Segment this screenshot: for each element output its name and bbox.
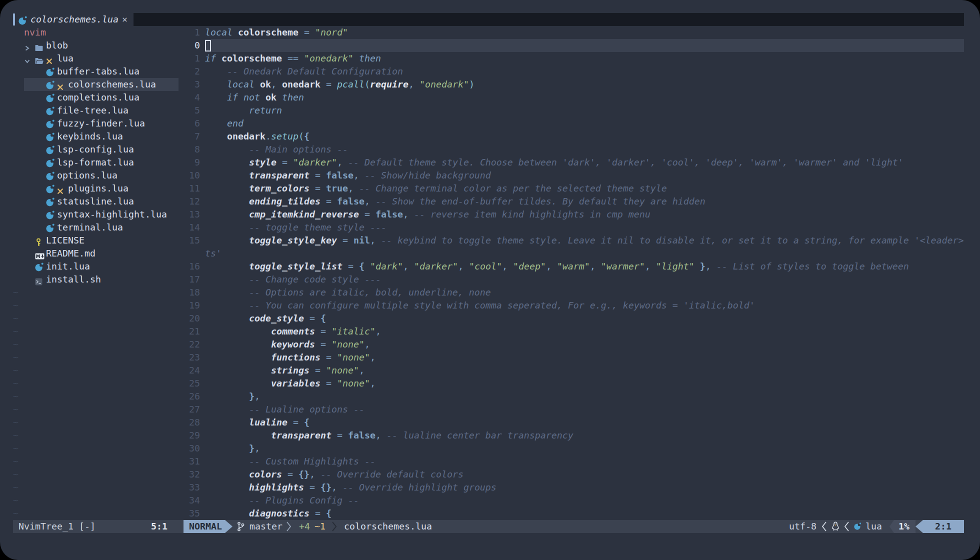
terminal-window: colorschemes.lua × nvimblobluabuffer-tab… bbox=[0, 0, 980, 560]
line-number: 16 bbox=[184, 260, 200, 273]
mode-label: NORMAL bbox=[189, 520, 222, 533]
chevron-right-icon bbox=[331, 521, 338, 534]
code-line: 1local colorscheme = "nord" bbox=[0, 26, 964, 39]
code-text: cmp_itemkind_reverse = false, -- reverse… bbox=[205, 208, 650, 221]
line-number: 17 bbox=[184, 273, 200, 286]
progress-label: 1% bbox=[898, 520, 910, 533]
code-text: -- Change code style --- bbox=[205, 273, 381, 286]
code-line: 24 strings = "none", bbox=[0, 364, 964, 377]
line-number: 27 bbox=[184, 403, 200, 416]
tab-colorschemes[interactable]: colorschemes.lua × bbox=[13, 13, 134, 26]
git-branch-icon bbox=[236, 522, 245, 534]
code-line: 5 return bbox=[0, 104, 964, 117]
code-text: -- Onedark Default Configuration bbox=[205, 65, 403, 78]
line-number: 25 bbox=[184, 377, 200, 390]
code-line: 25 variables = "none", bbox=[0, 377, 964, 390]
line-number: 34 bbox=[184, 494, 200, 507]
line-number: 31 bbox=[184, 455, 200, 468]
statusline: NvimTree_1 [-] 5:1 NORMAL master +4 ~1 c… bbox=[13, 520, 964, 533]
line-number: 12 bbox=[184, 195, 200, 208]
line-number: 19 bbox=[184, 299, 200, 312]
code-line: 22 keywords = "none", bbox=[0, 338, 964, 351]
tab-close-icon[interactable]: × bbox=[122, 13, 128, 26]
code-text: ts' bbox=[205, 247, 222, 260]
code-text: transparent = false, -- Show/hide backgr… bbox=[205, 169, 491, 182]
code-line: 13 cmp_itemkind_reverse = false, -- reve… bbox=[0, 208, 964, 221]
code-line: 7 onedark.setup({ bbox=[0, 130, 964, 143]
line-number: 11 bbox=[184, 182, 200, 195]
tab-active-indicator bbox=[13, 14, 15, 26]
code-text: variables = "none", bbox=[205, 377, 376, 390]
tab-label: colorschemes.lua bbox=[30, 13, 118, 26]
git-added-count: +4 bbox=[299, 520, 310, 533]
line-number: 24 bbox=[184, 364, 200, 377]
code-text: style = "darker", -- Default theme style… bbox=[205, 156, 904, 169]
code-text: functions = "none", bbox=[205, 351, 376, 364]
linux-os-icon bbox=[832, 522, 840, 534]
code-text: comments = "italic", bbox=[205, 325, 381, 338]
bufferline-fill bbox=[134, 13, 964, 26]
lua-filetype-icon bbox=[854, 522, 861, 533]
code-text: return bbox=[205, 104, 282, 117]
code-line: 8 -- Main options -- bbox=[0, 143, 964, 156]
code-line: 14 -- toggle theme style --- bbox=[0, 221, 964, 234]
code-line: 32 colors = {}, -- Override default colo… bbox=[0, 468, 964, 481]
code-line: 16 toggle_style_list = { "dark", "darker… bbox=[0, 260, 964, 273]
git-branch-label: master bbox=[250, 520, 282, 533]
code-line: 30 }, bbox=[0, 442, 964, 455]
code-line: 21 comments = "italic", bbox=[0, 325, 964, 338]
line-number: 3 bbox=[184, 78, 200, 91]
line-number: 18 bbox=[184, 286, 200, 299]
code-line: 23 functions = "none", bbox=[0, 351, 964, 364]
line-number: 29 bbox=[184, 429, 200, 442]
code-line: 31 -- Custom Highlights -- bbox=[0, 455, 964, 468]
line-number: 14 bbox=[184, 221, 200, 234]
code-line: ts' bbox=[0, 247, 964, 260]
file-encoding-label: utf-8 bbox=[789, 520, 816, 533]
code-line: 28 lualine = { bbox=[0, 416, 964, 429]
code-text: strings = "none", bbox=[205, 364, 364, 377]
code-text: keywords = "none", bbox=[205, 338, 370, 351]
code-line: 9 style = "darker", -- Default theme sty… bbox=[0, 156, 964, 169]
code-text: diagnostics = { bbox=[205, 507, 332, 520]
line-number: 10 bbox=[184, 169, 200, 182]
line-number: 35 bbox=[184, 507, 200, 520]
code-line: 6 end bbox=[0, 117, 964, 130]
code-text: }, bbox=[205, 442, 260, 455]
chevron-left-icon bbox=[844, 521, 850, 534]
line-number: 2 bbox=[184, 65, 200, 78]
code-line: 34 -- Plugins Config -- bbox=[0, 494, 964, 507]
code-text: -- Main options -- bbox=[205, 143, 348, 156]
statusline-filename: colorschemes.lua bbox=[344, 520, 432, 533]
line-number: 15 bbox=[184, 234, 200, 247]
code-line: 26 }, bbox=[0, 390, 964, 403]
code-text: }, bbox=[205, 390, 260, 403]
code-line: 4 if not ok then bbox=[0, 91, 964, 104]
line-number: 5 bbox=[184, 104, 200, 117]
code-line: 27 -- Lualine options -- bbox=[0, 403, 964, 416]
code-text: highlights = {}, -- Override highlight g… bbox=[205, 481, 496, 494]
code-text: -- Lualine options -- bbox=[205, 403, 364, 416]
line-number: 1 bbox=[184, 26, 200, 39]
code-line: 2 -- Onedark Default Configuration bbox=[0, 65, 964, 78]
line-number: 21 bbox=[184, 325, 200, 338]
code-line: 19 -- You can configure multiple style w… bbox=[0, 299, 964, 312]
line-number: 33 bbox=[184, 481, 200, 494]
code-line: 18 -- Options are italic, bold, underlin… bbox=[0, 286, 964, 299]
line-number: 1 bbox=[184, 52, 200, 65]
line-number: 26 bbox=[184, 390, 200, 403]
code-line: 10 transparent = false, -- Show/hide bac… bbox=[0, 169, 964, 182]
line-number: 7 bbox=[184, 130, 200, 143]
code-text: term_colors = true, -- Change terminal c… bbox=[205, 182, 667, 195]
line-number: 13 bbox=[184, 208, 200, 221]
code-text: toggle_style_list = { "dark", "darker", … bbox=[205, 260, 909, 273]
line-number: 22 bbox=[184, 338, 200, 351]
code-text: local ok, onedark = pcall(require, "oned… bbox=[205, 78, 474, 91]
git-modified-count: ~1 bbox=[314, 520, 326, 533]
filetype-label: lua bbox=[866, 520, 882, 533]
location-label: 2:1 bbox=[935, 520, 952, 533]
line-number: 0 bbox=[184, 39, 200, 52]
code-line: 33 highlights = {}, -- Override highligh… bbox=[0, 481, 964, 494]
code-text: -- You can configure multiple style with… bbox=[205, 299, 755, 312]
statusline-window-name: NvimTree_1 [-] bbox=[18, 520, 96, 533]
